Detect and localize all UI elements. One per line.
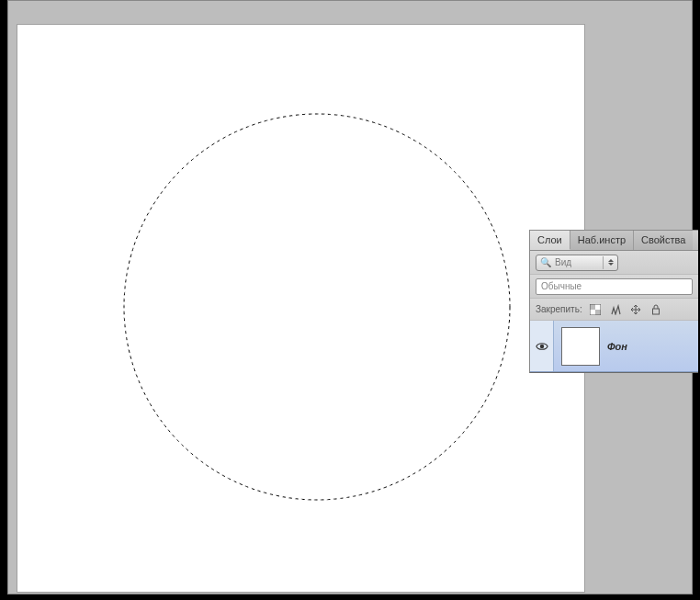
eye-icon [536, 340, 548, 353]
lock-transparency-icon[interactable] [588, 302, 603, 317]
layers-panel: Слои Наб.инстр Свойства 🔍 Вид Обычные За… [529, 230, 698, 373]
layer-thumbnail-column [554, 322, 607, 371]
svg-rect-3 [595, 310, 601, 315]
lock-icons-group [588, 302, 663, 317]
svg-rect-5 [590, 310, 595, 315]
tab-brush-presets[interactable]: Наб.инстр [570, 231, 634, 250]
svg-rect-2 [590, 304, 595, 310]
blend-mode-label: Обычные [541, 281, 581, 291]
svg-point-0 [124, 114, 510, 500]
lock-label: Закрепить: [536, 304, 582, 314]
svg-point-8 [539, 344, 543, 347]
marching-ants-selection [122, 112, 512, 502]
lock-row: Закрепить: [530, 299, 698, 321]
lock-image-icon[interactable] [608, 302, 623, 317]
chevron-updown-icon [603, 256, 615, 269]
blend-mode-input[interactable]: Обычные [536, 278, 693, 295]
document-canvas[interactable] [17, 25, 584, 592]
filter-row: 🔍 Вид [530, 251, 698, 275]
kind-dropdown-label: Вид [555, 257, 571, 267]
layer-row[interactable]: Фон [530, 321, 698, 372]
layer-thumbnail[interactable] [561, 327, 600, 366]
visibility-column[interactable] [530, 321, 554, 371]
lock-all-icon[interactable] [649, 302, 663, 317]
svg-rect-4 [595, 304, 601, 310]
svg-rect-7 [652, 309, 659, 314]
tab-layers[interactable]: Слои [530, 231, 570, 250]
blend-mode-row: Обычные [530, 275, 698, 299]
panel-tabs: Слои Наб.инстр Свойства [530, 231, 698, 251]
layer-name-label[interactable]: Фон [607, 341, 627, 352]
lock-position-icon[interactable] [628, 302, 643, 317]
svg-point-1 [124, 114, 510, 500]
tab-properties[interactable]: Свойства [634, 231, 693, 250]
search-icon: 🔍 [540, 257, 551, 267]
kind-dropdown[interactable]: 🔍 Вид [536, 255, 618, 271]
